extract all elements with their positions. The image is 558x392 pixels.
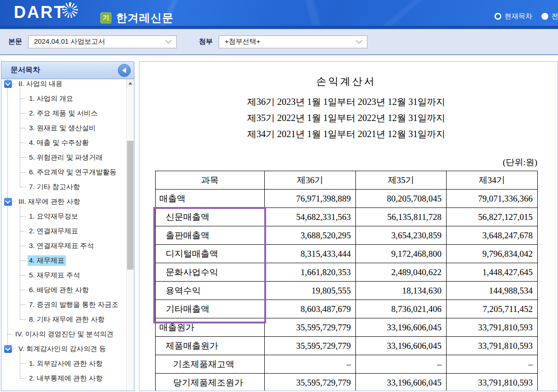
toc-item-selected[interactable]: 4. 재무제표 [1,253,134,268]
toc-sidebar-title: 문서목차 [11,65,40,75]
table-row: 매출원가35,595,729,77933,196,606,04533,791,8… [156,318,538,337]
toc-item[interactable]: 8. 기타 재무에 관한 사항 [1,312,134,327]
toc-item[interactable]: 7. 기타 참고사항 [1,179,134,194]
app-header: DART 기 한겨레신문 현재목차 전체 [0,0,558,26]
toc-mode-radios: 현재목차 전체 [494,12,558,21]
toc-item[interactable]: 5. 재무제표 주석 [1,268,134,282]
toc-item[interactable]: 3. 연결재무제표 주석 [1,238,134,253]
amount-cell: – [265,355,356,374]
scroll-up-arrow-icon[interactable] [127,79,134,87]
table-row: 제품매출원가35,595,729,77933,196,606,04533,791… [156,337,538,355]
expand-chevron-icon[interactable] [4,198,12,206]
account-label-cell: 기타매출액 [156,300,265,318]
toc-section: IV. 이사의 경영진단 및 분석의견 [1,327,134,341]
chevron-down-icon [356,37,362,44]
table-row: 기초제품재고액––– [156,355,538,374]
toc-section: V. 회계감사인의 감사의견 등1. 외부감사에 관한 사항2. 내부통제에 관… [1,341,134,386]
radio-all-toc[interactable]: 전체 [541,12,558,21]
attach-select[interactable]: +첨부선택+ [219,35,367,48]
header-bottom-strip [0,26,558,29]
amount-cell: 1,448,427,645 [447,263,538,282]
toc-item[interactable]: 7. 증권의 발행을 통한 자금조 [1,297,134,312]
statement-title: 손익계산서 [155,75,537,88]
toc-item[interactable]: 1. 사업의 개요 [1,91,134,106]
amount-cell: 19,805,555 [265,282,356,300]
radio-current-toc-label: 현재목차 [505,12,532,21]
account-label-cell: 문화사업수익 [156,263,265,282]
toc-sidebar: 문서목차 II. 사업의 내용1. 사업의 개요2. 주요 제품 및 서비스3.… [1,61,134,391]
account-label-cell: 출판매출액 [156,226,265,245]
toc-item[interactable]: 2. 주요 제품 및 서비스 [1,106,134,121]
toc-section-label: V. 회계감사인의 감사의견 등 [17,344,107,354]
chevron-down-icon [165,37,172,44]
amount-cell: 79,071,336,366 [447,190,538,208]
amount-cell: 33,791,810,593 [447,337,538,355]
toc-section-label: IV. 이사의 경영진단 및 분석의견 [14,329,115,340]
radio-current-toc[interactable]: 현재목차 [494,12,532,21]
amount-cell: 80,205,708,045 [356,190,447,208]
toc-item-label: 7. 증권의 발행을 통한 자금조 [28,300,120,310]
expand-chevron-icon[interactable] [4,345,12,353]
radio-unselected-icon[interactable] [541,13,548,20]
dart-logo-text: DART [14,3,65,22]
toc-item[interactable]: 5. 위험관리 및 파생거래 [1,150,134,165]
sidebar-scrollbar[interactable] [126,79,134,391]
period-line: 제36기 2023년 1월 1일부터 2023년 12월 31일까지 [155,94,537,110]
amount-cell: 33,196,606,045 [356,318,447,337]
account-label-cell: 당기제품제조원가 [156,374,265,392]
radio-all-toc-label: 전체 [552,12,558,21]
amount-cell: 56,827,127,015 [447,208,538,226]
sidebar-collapse-button[interactable] [118,64,131,77]
amount-cell: 144,988,534 [447,282,538,300]
expand-chevron-icon[interactable] [4,80,12,88]
toc-item[interactable]: 1. 외부감사에 관한 사항 [1,356,134,371]
toc-item[interactable]: 2. 내부통제에 관한 사항 [1,371,134,386]
radio-selected-icon[interactable] [494,13,501,20]
amount-cell: 54,682,331,563 [265,208,356,226]
toc-children: 1. 사업의 개요2. 주요 제품 및 서비스3. 원재료 및 생산설비4. 매… [1,91,134,194]
toc-item[interactable]: 2. 연결재무제표 [1,224,134,238]
amount-cell: 33,791,810,593 [447,374,538,392]
toc-item-label: 1. 사업의 개요 [28,93,75,104]
table-row-highlighted: 출판매출액3,688,520,2953,654,230,8593,648,247… [156,226,538,245]
toc-section-item[interactable]: II. 사업의 내용 [1,79,134,91]
toc-item[interactable]: 6. 배당에 관한 사항 [1,282,134,297]
amount-cell: 3,648,247,678 [447,226,538,245]
unit-label: (단위:원) [155,156,537,168]
toc-section-item[interactable]: IV. 이사의 경영진단 및 분석의견 [1,327,134,341]
toc-item-label: 5. 재무제표 주석 [28,270,81,281]
account-label-cell: 기초제품재고액 [156,355,265,374]
company-type-badge: 기 [100,12,111,23]
toc-item-label: 2. 연결재무제표 [28,226,80,236]
doc-select[interactable]: 2024.04.01 사업보고서 [28,35,177,48]
attach-select-value: +첨부선택+ [225,37,261,46]
dart-pinwheel-icon [62,2,78,18]
amount-cell: 18,134,630 [356,282,447,300]
table-header-row: 과목 제36기 제35기 제34기 [156,171,538,190]
toc-item-label: 7. 기타 참고사항 [28,182,81,192]
account-label-cell: 신문매출액 [156,208,265,226]
toc-item-label: 4. 매출 및 수주상황 [28,138,90,148]
amount-cell: 33,791,810,593 [447,318,538,337]
toc-item-label: 2. 주요 제품 및 서비스 [28,108,99,119]
account-label-cell: 디지털매출액 [156,245,265,263]
toc-item[interactable]: 3. 원재료 및 생산설비 [1,121,134,135]
tree-connector [13,349,16,349]
dart-logo[interactable]: DART [14,3,78,22]
table-row: 당기제품제조원가35,595,729,77933,196,606,04533,7… [156,374,538,392]
toc-section-item[interactable]: V. 회계감사인의 감사의견 등 [1,341,134,356]
column-header: 제35기 [356,171,447,190]
amount-cell: 9,172,468,800 [356,245,447,263]
toc-section-label: II. 사업의 내용 [17,79,64,89]
toc-item[interactable]: 4. 매출 및 수주상황 [1,135,134,150]
document-viewer: 손익계산서 제36기 2023년 1월 1일부터 2023년 12월 31일까지… [139,61,558,391]
table-row-highlighted: 디지털매출액8,315,433,4449,172,468,8009,796,83… [156,245,538,263]
toc-item-label: 1. 요약재무정보 [28,211,80,222]
toc-section: III. 재무에 관한 사항1. 요약재무정보2. 연결재무제표3. 연결재무제… [1,194,134,327]
toc-section-item[interactable]: III. 재무에 관한 사항 [1,194,134,209]
tree-connector [13,202,16,202]
toc-item[interactable]: 1. 요약재무정보 [1,209,134,224]
scrollbar-thumb[interactable] [127,141,134,270]
amount-cell: 3,654,230,859 [356,226,447,245]
toc-item[interactable]: 6. 주요계약 및 연구개발활동 [1,165,134,179]
